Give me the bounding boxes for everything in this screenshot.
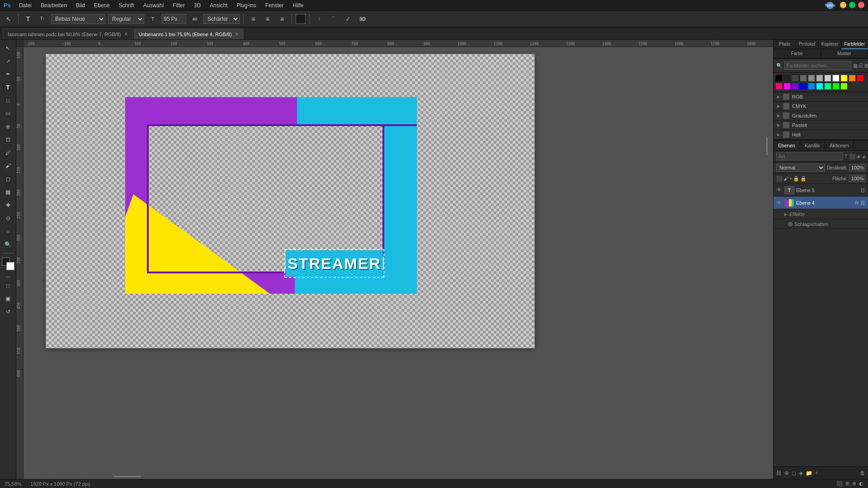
tab-1-close[interactable]: ✕: [235, 31, 239, 37]
scrollbar-h[interactable]: [114, 476, 141, 477]
text-tool-btn[interactable]: T: [22, 13, 34, 25]
check-btn[interactable]: ✓: [342, 13, 354, 25]
color-boxes[interactable]: [2, 258, 14, 270]
close-btn[interactable]: [858, 2, 864, 8]
swatch-gray1[interactable]: [800, 75, 807, 82]
warp-btn[interactable]: ⌒: [328, 13, 340, 25]
swatch-light1[interactable]: [824, 75, 831, 82]
swatch-orange[interactable]: [849, 75, 856, 82]
status-icon-1[interactable]: ⬛: [836, 481, 843, 487]
brush-tool[interactable]: 🖌: [2, 160, 14, 172]
new-layer-btn[interactable]: +: [815, 470, 818, 476]
layer-shape-filter[interactable]: ▲: [862, 154, 867, 159]
status-icon-4[interactable]: ◐: [859, 481, 863, 487]
new-group-btn[interactable]: 📁: [806, 470, 812, 476]
swatch-dark1[interactable]: [783, 75, 791, 82]
swatch-cyan[interactable]: [816, 83, 823, 90]
panel-delete-btn[interactable]: 🗑: [864, 63, 868, 69]
color-group-graustufen[interactable]: ▶ Graustufen: [774, 111, 868, 121]
menu-plugins[interactable]: Plug-ins: [233, 1, 259, 9]
tab-0[interactable]: facecam rahmen.psdc bei 50,8% (Ebene 7, …: [3, 28, 133, 39]
tab-farbfelder[interactable]: Farbfelder: [841, 40, 868, 49]
antialiasing-select[interactable]: Schärfer: [203, 14, 240, 24]
layer-link-ebene4-icon[interactable]: ⛓: [860, 200, 865, 206]
opacity-input[interactable]: [849, 164, 865, 171]
layer-filter-icon[interactable]: T: [844, 154, 848, 159]
layer-adjust-filter[interactable]: ◈: [857, 154, 860, 160]
clone-tool[interactable]: ⊙: [2, 212, 14, 225]
menu-auswahl[interactable]: Auswahl: [140, 1, 167, 9]
layers-tab-ebenen[interactable]: Ebenen: [774, 141, 800, 150]
menu-3d[interactable]: 3D: [190, 1, 204, 9]
swatch-mint[interactable]: [824, 83, 831, 90]
share-btn[interactable]: Teilen: [826, 2, 834, 9]
new-fill-layer-btn[interactable]: ◈: [799, 470, 803, 476]
eyedropper-tool[interactable]: 🖊: [2, 146, 14, 159]
layers-tab-aktionen[interactable]: Aktionen: [825, 141, 854, 150]
swatch-blue[interactable]: [800, 83, 807, 90]
swatch-pink[interactable]: [775, 83, 783, 90]
leading-btn[interactable]: ↕: [313, 13, 325, 25]
swatch-green[interactable]: [832, 83, 840, 90]
healing-tool[interactable]: ✚: [2, 199, 14, 211]
zoom-tool[interactable]: 🔍: [2, 238, 14, 251]
panel-grid-view[interactable]: ▦: [853, 63, 858, 69]
rectangle-tool[interactable]: ▭: [2, 107, 14, 120]
layer-link-ebene5[interactable]: ⛓: [860, 188, 865, 193]
color-group-rgb[interactable]: ▶ RGB: [774, 92, 868, 102]
font-family-select[interactable]: Bebas Neue: [51, 14, 105, 24]
transform-tool[interactable]: ⊕: [2, 120, 14, 133]
layer-pixel-filter[interactable]: ⬛: [849, 154, 855, 160]
layer-vis-ebene4[interactable]: 👁: [776, 199, 783, 206]
tab-pfade[interactable]: Pfade: [774, 40, 796, 49]
blend-mode-select[interactable]: Normal: [776, 164, 825, 172]
rotate-view-btn[interactable]: ↺: [2, 305, 14, 318]
tab-farbe[interactable]: Farbe: [774, 49, 821, 58]
color-group-pastell[interactable]: ▶ Pastell: [774, 121, 868, 130]
layer-fx-ebene4[interactable]: fx: [855, 200, 859, 205]
layers-tab-kanaele[interactable]: Kanäle: [800, 141, 825, 150]
effekte-expand-icon[interactable]: ▶: [784, 212, 788, 216]
layer-vis-ebene5[interactable]: 👁: [776, 187, 783, 193]
tab-protokol[interactable]: Protokol: [796, 40, 819, 49]
swatch-dark2[interactable]: [792, 75, 799, 82]
tab-0-close[interactable]: ✕: [124, 31, 128, 37]
crop-tool[interactable]: ⊡: [2, 133, 14, 146]
view-mode-btn[interactable]: □: [2, 279, 14, 292]
paint-bucket-tool[interactable]: ▦: [2, 186, 14, 198]
swatch-gray2[interactable]: [808, 75, 815, 82]
menu-schrift[interactable]: Schrift: [115, 1, 138, 9]
tab-kopierer[interactable]: Kopierer: [819, 40, 842, 49]
swatch-white[interactable]: [832, 75, 840, 82]
tab-muster[interactable]: Muster: [821, 49, 868, 58]
color-group-cmyk[interactable]: ▶ CMYK: [774, 102, 868, 111]
text-color-swatch[interactable]: [296, 14, 306, 24]
layer-style-btn[interactable]: ⊕: [784, 470, 789, 476]
menu-filter[interactable]: Filter: [169, 1, 189, 9]
layer-item-ebene5[interactable]: 👁 T Ebene 5 ⛓: [774, 184, 868, 197]
layers-search-input[interactable]: [776, 152, 843, 160]
fill-input[interactable]: [849, 175, 865, 182]
swatch-magenta[interactable]: [783, 83, 791, 90]
color-group-hell[interactable]: ▶ Hell: [774, 130, 868, 140]
dodge-tool[interactable]: ○: [2, 225, 14, 238]
lock-position-icon[interactable]: +: [789, 176, 792, 182]
shape-tool[interactable]: □: [2, 94, 14, 107]
minimize-btn[interactable]: [840, 2, 846, 8]
link-layers-btn[interactable]: ⛓: [776, 470, 782, 476]
move-tool-btn[interactable]: ↖: [3, 13, 14, 25]
align-right-btn[interactable]: ≡: [276, 13, 288, 25]
font-size-input[interactable]: [161, 14, 186, 24]
canvas-background[interactable]: STREAMER: [24, 47, 773, 479]
menu-ansicht[interactable]: Ansicht: [206, 1, 231, 9]
screen-mode-btn[interactable]: ▣: [2, 292, 14, 305]
align-left-btn[interactable]: ≡: [247, 13, 259, 25]
pen-tool[interactable]: ✒: [2, 68, 14, 80]
swatch-black[interactable]: [775, 75, 783, 82]
menu-hilfe[interactable]: Hilfe: [289, 1, 307, 9]
eraser-tool[interactable]: ◻: [2, 173, 14, 185]
background-color[interactable]: [6, 262, 14, 270]
scrollbar-v[interactable]: [766, 137, 768, 155]
color-search-input[interactable]: [784, 61, 851, 70]
direct-selection-tool[interactable]: ↗: [2, 55, 14, 67]
